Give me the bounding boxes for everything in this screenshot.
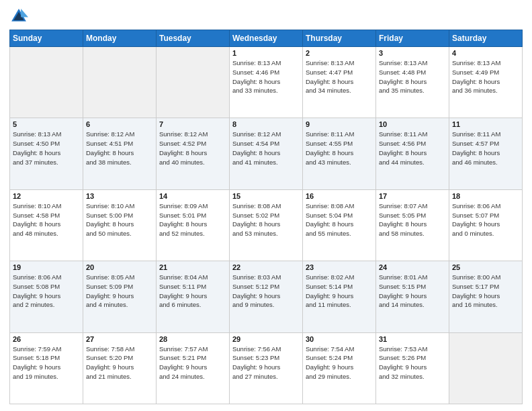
calendar-week-2: 5Sunrise: 8:13 AM Sunset: 4:50 PM Daylig… (10, 118, 523, 189)
cell-info: Sunrise: 8:10 AM Sunset: 4:58 PM Dayligh… (13, 201, 80, 238)
calendar-cell: 24Sunrise: 8:01 AM Sunset: 5:15 PM Dayli… (376, 261, 449, 332)
calendar-cell: 10Sunrise: 8:11 AM Sunset: 4:56 PM Dayli… (376, 118, 449, 189)
day-number: 28 (159, 335, 226, 343)
calendar-week-3: 12Sunrise: 8:10 AM Sunset: 4:58 PM Dayli… (10, 189, 523, 261)
cell-info: Sunrise: 8:00 AM Sunset: 5:17 PM Dayligh… (452, 273, 519, 310)
cell-info: Sunrise: 8:03 AM Sunset: 5:12 PM Dayligh… (232, 273, 300, 310)
calendar-cell: 28Sunrise: 7:57 AM Sunset: 5:21 PM Dayli… (157, 332, 230, 404)
cell-info: Sunrise: 8:10 AM Sunset: 5:00 PM Dayligh… (86, 201, 153, 238)
day-number: 7 (159, 120, 226, 128)
cell-info: Sunrise: 8:13 AM Sunset: 4:49 PM Dayligh… (452, 58, 519, 95)
day-number: 21 (159, 263, 226, 271)
calendar-cell: 23Sunrise: 8:02 AM Sunset: 5:14 PM Dayli… (303, 261, 376, 332)
header (9, 7, 523, 26)
col-header-tuesday: Tuesday (157, 30, 230, 47)
cell-info: Sunrise: 7:58 AM Sunset: 5:20 PM Dayligh… (86, 345, 153, 381)
cell-info: Sunrise: 8:12 AM Sunset: 4:52 PM Dayligh… (159, 130, 226, 167)
calendar-cell: 20Sunrise: 8:05 AM Sunset: 5:09 PM Dayli… (83, 261, 157, 332)
col-header-saturday: Saturday (449, 30, 523, 47)
day-number: 26 (13, 335, 80, 343)
calendar-week-1: 1Sunrise: 8:13 AM Sunset: 4:46 PM Daylig… (10, 47, 523, 118)
day-number: 22 (232, 263, 300, 271)
cell-info: Sunrise: 7:54 AM Sunset: 5:24 PM Dayligh… (306, 345, 373, 381)
calendar-week-4: 19Sunrise: 8:06 AM Sunset: 5:08 PM Dayli… (10, 261, 523, 332)
cell-info: Sunrise: 7:53 AM Sunset: 5:26 PM Dayligh… (379, 345, 446, 381)
calendar-cell: 8Sunrise: 8:12 AM Sunset: 4:54 PM Daylig… (230, 118, 303, 189)
col-header-friday: Friday (376, 30, 449, 47)
cell-info: Sunrise: 7:56 AM Sunset: 5:23 PM Dayligh… (232, 345, 300, 381)
cell-info: Sunrise: 8:12 AM Sunset: 4:51 PM Dayligh… (86, 130, 153, 167)
calendar-cell: 9Sunrise: 8:11 AM Sunset: 4:55 PM Daylig… (303, 118, 376, 189)
calendar-cell: 12Sunrise: 8:10 AM Sunset: 4:58 PM Dayli… (10, 189, 83, 261)
calendar-week-5: 26Sunrise: 7:59 AM Sunset: 5:18 PM Dayli… (10, 332, 523, 404)
day-number: 11 (452, 120, 519, 128)
day-number: 6 (86, 120, 153, 128)
day-number: 13 (86, 192, 153, 200)
calendar-cell: 29Sunrise: 7:56 AM Sunset: 5:23 PM Dayli… (230, 332, 303, 404)
day-number: 19 (13, 263, 80, 271)
day-number: 12 (13, 192, 80, 200)
cell-info: Sunrise: 8:12 AM Sunset: 4:54 PM Dayligh… (232, 130, 300, 167)
calendar-cell: 7Sunrise: 8:12 AM Sunset: 4:52 PM Daylig… (157, 118, 230, 189)
calendar-cell: 18Sunrise: 8:06 AM Sunset: 5:07 PM Dayli… (449, 189, 523, 261)
cell-info: Sunrise: 8:05 AM Sunset: 5:09 PM Dayligh… (86, 273, 153, 310)
day-number: 9 (306, 120, 373, 128)
day-number: 31 (379, 335, 446, 343)
calendar-cell: 2Sunrise: 8:13 AM Sunset: 4:47 PM Daylig… (303, 47, 376, 118)
day-number: 16 (306, 192, 373, 200)
day-number: 2 (306, 49, 373, 57)
logo-icon (9, 7, 28, 26)
cell-info: Sunrise: 8:01 AM Sunset: 5:15 PM Dayligh… (379, 273, 446, 310)
calendar-cell: 25Sunrise: 8:00 AM Sunset: 5:17 PM Dayli… (449, 261, 523, 332)
cell-info: Sunrise: 8:08 AM Sunset: 5:02 PM Dayligh… (232, 201, 300, 238)
calendar-cell: 5Sunrise: 8:13 AM Sunset: 4:50 PM Daylig… (10, 118, 83, 189)
day-number: 29 (232, 335, 300, 343)
cell-info: Sunrise: 8:13 AM Sunset: 4:47 PM Dayligh… (306, 58, 373, 95)
day-number: 20 (86, 263, 153, 271)
calendar-cell (83, 47, 157, 118)
day-number: 25 (452, 263, 519, 271)
cell-info: Sunrise: 7:57 AM Sunset: 5:21 PM Dayligh… (159, 345, 226, 381)
cell-info: Sunrise: 8:06 AM Sunset: 5:07 PM Dayligh… (452, 201, 519, 238)
day-number: 15 (232, 192, 300, 200)
calendar-cell: 31Sunrise: 7:53 AM Sunset: 5:26 PM Dayli… (376, 332, 449, 404)
calendar-cell: 11Sunrise: 8:11 AM Sunset: 4:57 PM Dayli… (449, 118, 523, 189)
cell-info: Sunrise: 8:11 AM Sunset: 4:57 PM Dayligh… (452, 130, 519, 167)
day-number: 4 (452, 49, 519, 57)
calendar-cell: 21Sunrise: 8:04 AM Sunset: 5:11 PM Dayli… (157, 261, 230, 332)
cell-info: Sunrise: 8:11 AM Sunset: 4:56 PM Dayligh… (379, 130, 446, 167)
calendar-cell: 15Sunrise: 8:08 AM Sunset: 5:02 PM Dayli… (230, 189, 303, 261)
calendar-cell: 13Sunrise: 8:10 AM Sunset: 5:00 PM Dayli… (83, 189, 157, 261)
day-number: 23 (306, 263, 373, 271)
day-number: 1 (232, 49, 300, 57)
cell-info: Sunrise: 8:13 AM Sunset: 4:48 PM Dayligh… (379, 58, 446, 95)
calendar-cell: 27Sunrise: 7:58 AM Sunset: 5:20 PM Dayli… (83, 332, 157, 404)
day-number: 5 (13, 120, 80, 128)
cell-info: Sunrise: 7:59 AM Sunset: 5:18 PM Dayligh… (13, 345, 80, 381)
calendar-cell: 1Sunrise: 8:13 AM Sunset: 4:46 PM Daylig… (230, 47, 303, 118)
cell-info: Sunrise: 8:13 AM Sunset: 4:46 PM Dayligh… (232, 58, 300, 95)
day-number: 8 (232, 120, 300, 128)
col-header-thursday: Thursday (303, 30, 376, 47)
cell-info: Sunrise: 8:13 AM Sunset: 4:50 PM Dayligh… (13, 130, 80, 167)
cell-info: Sunrise: 8:09 AM Sunset: 5:01 PM Dayligh… (159, 201, 226, 238)
calendar-cell: 22Sunrise: 8:03 AM Sunset: 5:12 PM Dayli… (230, 261, 303, 332)
svg-marker-2 (21, 9, 28, 17)
day-number: 10 (379, 120, 446, 128)
cell-info: Sunrise: 8:11 AM Sunset: 4:55 PM Dayligh… (306, 130, 373, 167)
col-header-sunday: Sunday (10, 30, 83, 47)
calendar-cell: 3Sunrise: 8:13 AM Sunset: 4:48 PM Daylig… (376, 47, 449, 118)
calendar-cell (10, 47, 83, 118)
calendar-header-row: SundayMondayTuesdayWednesdayThursdayFrid… (10, 30, 523, 47)
col-header-monday: Monday (83, 30, 157, 47)
calendar-cell (157, 47, 230, 118)
col-header-wednesday: Wednesday (230, 30, 303, 47)
cell-info: Sunrise: 8:06 AM Sunset: 5:08 PM Dayligh… (13, 273, 80, 310)
day-number: 27 (86, 335, 153, 343)
cell-info: Sunrise: 8:08 AM Sunset: 5:04 PM Dayligh… (306, 201, 373, 238)
day-number: 24 (379, 263, 446, 271)
logo (9, 7, 31, 26)
calendar-table: SundayMondayTuesdayWednesdayThursdayFrid… (9, 30, 523, 404)
cell-info: Sunrise: 8:07 AM Sunset: 5:05 PM Dayligh… (379, 201, 446, 238)
day-number: 18 (452, 192, 519, 200)
